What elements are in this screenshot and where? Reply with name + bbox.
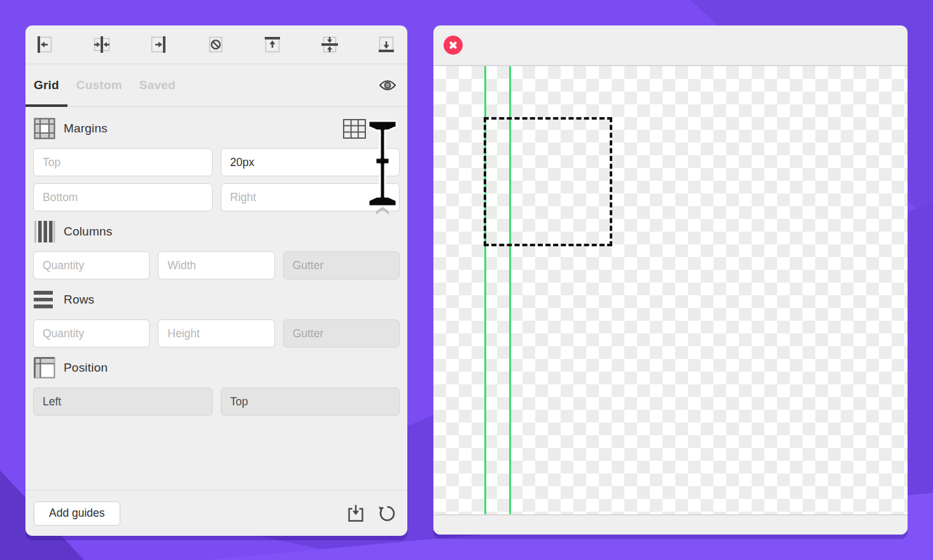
close-icon: [444, 36, 463, 55]
align-guides-center-horizontal-button[interactable]: [91, 34, 113, 55]
margin-top-input[interactable]: [33, 148, 213, 176]
rows-fields: [33, 319, 400, 347]
align-guide-right-button[interactable]: [148, 34, 169, 55]
align-guide-bottom-button[interactable]: [375, 34, 397, 55]
margins-fields: [33, 148, 400, 211]
align-guide-top-button[interactable]: [262, 34, 283, 55]
columns-section-header: Columns: [33, 221, 400, 242]
selection-rect: [484, 117, 612, 246]
panel-footer: Add guides: [25, 490, 407, 536]
align-top-icon: [263, 35, 282, 54]
reset-guides-button[interactable]: [377, 503, 397, 524]
position-fields: [33, 388, 400, 416]
position-title: Position: [64, 361, 108, 375]
rows-section-header: Rows: [33, 289, 400, 311]
columns-icon: [34, 221, 55, 242]
eye-icon: [379, 79, 396, 92]
rows-gutter-input: [283, 319, 400, 347]
margin-right-input[interactable]: [221, 183, 400, 211]
tab-custom[interactable]: Custom: [76, 78, 122, 92]
align-center-vertical-icon: [320, 35, 339, 54]
visibility-toggle-button[interactable]: [377, 75, 398, 95]
none-icon: [206, 35, 225, 54]
reset-icon: [377, 503, 397, 524]
transparency-canvas[interactable]: [433, 66, 908, 514]
align-guide-left-button[interactable]: [34, 34, 55, 55]
margin-left-input[interactable]: [221, 148, 400, 176]
grid-icon: [343, 119, 366, 139]
columns-width-input[interactable]: [158, 251, 274, 279]
position-icon: [34, 357, 55, 379]
add-guides-button[interactable]: Add guides: [34, 501, 120, 526]
align-bottom-icon: [377, 35, 396, 54]
margins-grid-action-button[interactable]: [343, 119, 366, 139]
clear-guides-button[interactable]: [205, 34, 227, 55]
columns-quantity-input[interactable]: [33, 251, 150, 279]
close-button[interactable]: [444, 36, 463, 55]
save-guides-button[interactable]: [346, 503, 366, 524]
align-center-horizontal-icon: [92, 35, 111, 54]
rows-title: Rows: [64, 293, 94, 307]
canvas-header: [433, 25, 908, 66]
margins-title: Margins: [64, 122, 108, 136]
position-top-input: [221, 388, 400, 416]
download-icon: [346, 503, 366, 524]
align-right-icon: [149, 35, 168, 54]
tab-saved[interactable]: Saved: [139, 78, 176, 92]
align-guides-center-vertical-button[interactable]: [319, 34, 340, 55]
margin-bottom-input[interactable]: [33, 183, 213, 211]
guide-alignment-toolbar: [25, 25, 407, 64]
position-left-input: [33, 388, 213, 416]
position-section-header: Position: [33, 357, 400, 379]
canvas-footer: [433, 514, 908, 535]
tab-grid[interactable]: Grid: [34, 78, 59, 92]
margins-icon: [34, 118, 55, 139]
align-left-icon: [35, 35, 54, 54]
rows-quantity-input[interactable]: [33, 319, 150, 347]
margins-section-header: Margins: [33, 118, 400, 139]
footer-icons: [346, 503, 397, 524]
grid-settings-content: Margins Columns: [25, 107, 407, 490]
columns-fields: [33, 251, 400, 279]
columns-title: Columns: [64, 225, 112, 239]
canvas-preview-window: [433, 25, 908, 535]
columns-gutter-input: [283, 251, 400, 279]
tab-bar: Grid Custom Saved: [25, 64, 407, 107]
active-tab-underline: [25, 104, 67, 107]
guides-settings-panel: Grid Custom Saved Margins: [25, 25, 407, 536]
rows-icon: [34, 290, 55, 309]
rows-height-input[interactable]: [158, 319, 274, 347]
